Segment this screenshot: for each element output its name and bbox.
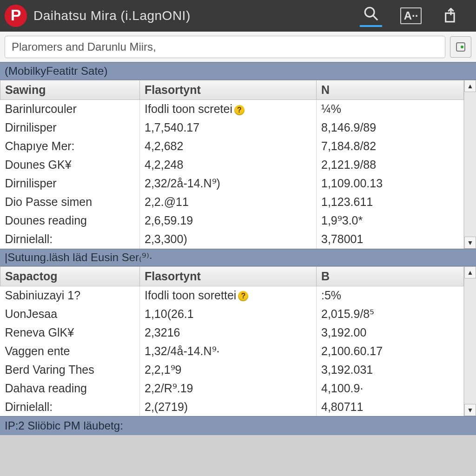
topbar-actions: A·· <box>360 5 471 27</box>
cell-value-c: 7,184.8/82 <box>317 137 464 156</box>
cell-name: Reneva GlK¥ <box>0 323 140 342</box>
go-button[interactable] <box>450 36 471 58</box>
svg-rect-2 <box>446 13 454 21</box>
search-input[interactable] <box>5 36 445 58</box>
cell-name: Dounes GK¥ <box>0 156 140 174</box>
col-header[interactable]: Sapactog <box>0 266 140 286</box>
table-row[interactable]: Dio Passe simen2,2.@111,123.611 <box>0 193 464 212</box>
cell-name: Dio Passe simen <box>0 193 140 212</box>
cell-value-c: 3,78001 <box>317 230 464 249</box>
col-header[interactable]: B <box>317 266 464 286</box>
scroll-track[interactable] <box>464 92 476 237</box>
cell-value-b: 2,2/R⁹.19 <box>140 379 317 397</box>
svg-point-4 <box>461 46 463 48</box>
col-header[interactable]: Flasortynt <box>140 80 317 100</box>
page-title: Daihatsu Mira (i.LagnONI) <box>33 8 353 23</box>
table-row[interactable]: BarinlurcoulerIfodli toon scretei?¼% <box>0 100 464 119</box>
cell-name: Dirnilisper <box>0 174 140 193</box>
table-row[interactable]: Dounes reading2,6,59.191,9⁹3.0* <box>0 212 464 230</box>
table-row[interactable]: UonJesaa1,10(26.12,015.9/8⁵ <box>0 304 464 323</box>
cell-value-c: 2,100.60.17 <box>317 342 464 360</box>
cell-value-b: Ifodli toon scretei? <box>140 100 317 119</box>
scrollbar[interactable]: ▲ ▼ <box>464 80 476 249</box>
cell-name: Barinlurcouler <box>0 100 140 119</box>
cell-value-c: 1,109.00.13 <box>317 174 464 193</box>
scroll-down-button[interactable]: ▼ <box>464 237 476 249</box>
cell-value-b: 4,2,682 <box>140 137 317 156</box>
cell-value-c: 3,192.00 <box>317 323 464 342</box>
table-row[interactable]: Dounes GK¥4,2,2482,121.9/88 <box>0 156 464 174</box>
cell-value-c: ¼% <box>317 100 464 119</box>
cell-value-b: 2,(2719) <box>140 397 317 416</box>
cell-name: Vaggen ente <box>0 342 140 360</box>
cell-value-b: 4,2,248 <box>140 156 317 174</box>
cell-value-c: 2,121.9/88 <box>317 156 464 174</box>
search-row <box>0 32 476 62</box>
scroll-track[interactable] <box>464 278 476 404</box>
table-row[interactable]: Sabiniuzayi 1?Ifodli toon sorettei?:5% <box>0 286 464 304</box>
font-size-label: A·· <box>400 7 422 24</box>
table-row[interactable]: Berd Varing Thes2,2,1⁹93,192.031 <box>0 360 464 379</box>
cell-value-c: 4,80711 <box>317 397 464 416</box>
logo-letter: P <box>11 6 21 24</box>
cell-value-c: 3,192.031 <box>317 360 464 379</box>
table-row[interactable]: Vaggen ente1,32/4å-14.N⁹·2,100.60.17 <box>0 342 464 360</box>
table-row[interactable]: Chapıye Mer:4,2,6827,184.8/82 <box>0 137 464 156</box>
cell-value-c: 1,123.611 <box>317 193 464 212</box>
cell-value-b: 2,2.@11 <box>140 193 317 212</box>
info-icon[interactable]: ? <box>238 291 248 301</box>
table-row[interactable]: Dirnielall:2,3,300)3,78001 <box>0 230 464 249</box>
cell-name: Sabiniuzayi 1? <box>0 286 140 304</box>
cell-value-b: 2,3,300) <box>140 230 317 249</box>
scroll-up-button[interactable]: ▲ <box>464 80 476 92</box>
cell-value-c: 8,146.9/89 <box>317 119 464 137</box>
scroll-up-button[interactable]: ▲ <box>464 266 476 278</box>
table-row[interactable]: Dirnielall:2,(2719)4,80711 <box>0 397 464 416</box>
cell-value-b: 1,32/4å-14.N⁹· <box>140 342 317 360</box>
font-size-icon[interactable]: A·· <box>400 5 422 27</box>
status-footer: IP:2 Sliöbic PM läubetg: <box>0 416 476 435</box>
svg-line-1 <box>373 16 377 20</box>
cell-value-c: 1,9⁹3.0* <box>317 212 464 230</box>
table-row[interactable]: Dirnilisper1,7,540.178,146.9/89 <box>0 119 464 137</box>
cell-name: Dirnielall: <box>0 397 140 416</box>
col-header[interactable]: N <box>317 80 464 100</box>
cell-name: Dirnilisper <box>0 119 140 137</box>
data-table-2: Sapactog Flasortynt B Sabiniuzayi 1?Ifod… <box>0 266 464 416</box>
section-header-1: (MobilkyFeatitr Sate) <box>0 62 476 80</box>
section-header-2: |Sutuıng.läsh läd Eusin Ser₍⁹⁾· <box>0 249 476 266</box>
data-table-1: Sawing Flasortynt N BarinlurcoulerIfodli… <box>0 80 464 249</box>
col-header[interactable]: Flasortynt <box>140 266 317 286</box>
table-row[interactable]: Dahava reading2,2/R⁹.194,100.9· <box>0 379 464 397</box>
cell-value-b: 2,2,1⁹9 <box>140 360 317 379</box>
share-icon[interactable] <box>440 5 462 27</box>
cell-value-b: 2,32/2å-14.N⁹) <box>140 174 317 193</box>
cell-value-b: 1,7,540.17 <box>140 119 317 137</box>
cell-name: Chapıye Mer: <box>0 137 140 156</box>
cell-value-b: Ifodli toon sorettei? <box>140 286 317 304</box>
cell-name: UonJesaa <box>0 304 140 323</box>
cell-value-b: 2,6,59.19 <box>140 212 317 230</box>
cell-name: Dahava reading <box>0 379 140 397</box>
cell-name: Dirnielall: <box>0 230 140 249</box>
table-row[interactable]: Dirnilisper2,32/2å-14.N⁹)1,109.00.13 <box>0 174 464 193</box>
svg-point-0 <box>365 7 374 17</box>
scroll-down-button[interactable]: ▼ <box>464 404 476 416</box>
cell-name: Dounes reading <box>0 212 140 230</box>
table-wrap-2: Sapactog Flasortynt B Sabiniuzayi 1?Ifod… <box>0 266 476 416</box>
scrollbar[interactable]: ▲ ▼ <box>464 266 476 416</box>
cell-value-c: 4,100.9· <box>317 379 464 397</box>
table-row[interactable]: Reneva GlK¥2,32163,192.00 <box>0 323 464 342</box>
cell-name: Berd Varing Thes <box>0 360 140 379</box>
cell-value-c: 2,015.9/8⁵ <box>317 304 464 323</box>
cell-value-b: 1,10(26.1 <box>140 304 317 323</box>
table-wrap-1: Sawing Flasortynt N BarinlurcoulerIfodli… <box>0 80 476 249</box>
top-bar: P Daihatsu Mira (i.LagnONI) A·· <box>0 0 476 32</box>
info-icon[interactable]: ? <box>234 105 245 115</box>
cell-value-c: :5% <box>317 286 464 304</box>
search-icon[interactable] <box>360 5 382 27</box>
app-logo: P <box>5 5 27 27</box>
col-header[interactable]: Sawing <box>0 80 140 100</box>
cell-value-b: 2,3216 <box>140 323 317 342</box>
